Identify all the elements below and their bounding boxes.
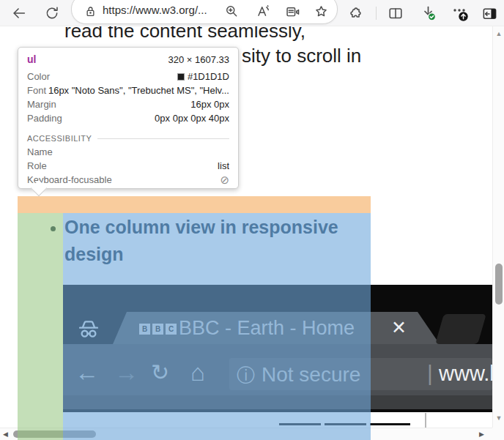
highlight-margin-overlay [18,196,371,213]
property-value: 16px 0px [190,99,229,110]
bbc-url-fragment: www.b [439,362,492,386]
bbc-close-tab-icon: ✕ [391,317,407,338]
content-divider-line [425,413,426,428]
property-label: Color [27,71,50,82]
bbc-background-tab [435,314,486,344]
bbc-address-divider: | [427,361,433,386]
browser-window: read the content seamlessly, sity to scr… [0,0,504,440]
more-options-icon[interactable] [451,4,470,23]
property-value: #1D1D1D [177,71,229,82]
back-button[interactable] [10,4,29,23]
property-label: Padding [27,113,62,124]
accessibility-heading: ACCESSIBILITY [27,134,92,143]
favorite-star-icon[interactable] [312,2,330,20]
page-paragraph-line2-fragment: sity to scroll in [242,45,361,67]
browser-toolbar: https://www.w3.org/... [0,0,504,26]
highlight-content-overlay [63,213,371,440]
downloads-icon[interactable] [419,4,438,23]
property-value: 0px 0px 0px 40px [155,113,229,124]
scroll-right-icon[interactable]: ▶ [479,430,484,438]
inspect-tooltip: ul 320 × 1607.33 Color #1D1D1D Font 16px… [18,47,239,189]
property-label: Font [27,85,46,96]
read-aloud-icon[interactable] [254,2,272,20]
zoom-in-icon[interactable] [223,2,240,20]
accessibility-focusable-label: Keyboard-focusable [27,174,112,185]
toolbar-divider [376,7,377,20]
accessibility-name-label: Name [27,146,53,157]
vertical-scrollbar-thumb[interactable] [495,264,503,305]
url-text[interactable]: https://www.w3.org/... [103,4,207,16]
immersive-reader-icon[interactable] [284,2,301,20]
extensions-icon[interactable] [346,4,365,23]
vertical-scrollbar[interactable]: ▲ ▼ [492,26,504,428]
lock-icon[interactable] [81,2,99,20]
element-tag: ul [27,53,36,65]
address-bar[interactable]: https://www.w3.org/... [71,0,338,24]
sidebar-toggle-icon[interactable] [480,4,499,23]
property-value: 16px "Noto Sans", "Trebuchet MS", "Helv.… [48,85,229,96]
element-dimensions: 320 × 1607.33 [168,54,230,65]
not-focusable-icon: ⊘ [220,174,229,187]
scroll-down-icon[interactable]: ▼ [493,414,504,422]
color-swatch [177,73,185,81]
refresh-button[interactable] [42,4,62,23]
accessibility-rule [97,138,229,139]
split-screen-icon[interactable] [386,4,405,23]
scroll-up-icon[interactable]: ▲ [493,30,504,37]
accessibility-role-label: Role [27,160,47,171]
property-label: Margin [27,99,56,110]
scrollbar-corner [492,428,504,440]
content-dash [370,423,410,425]
highlight-padding-overlay [18,213,63,440]
scroll-left-icon[interactable]: ◀ [3,430,8,438]
accessibility-role-value: list [218,160,229,171]
